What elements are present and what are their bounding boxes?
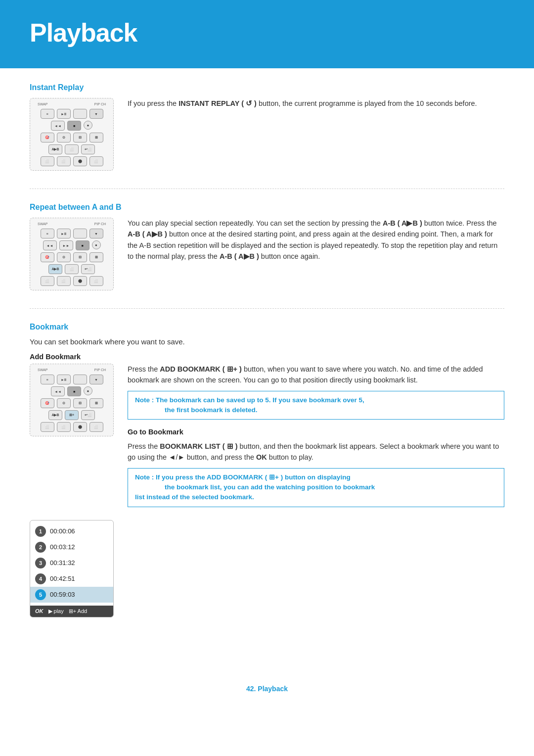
rb3-3: 🎯 ⊙ ⊟ ⊞ — [34, 398, 110, 408]
footer-text: 42. Playback — [246, 685, 288, 693]
rbtn3-bm: ⊞+ — [65, 410, 79, 420]
bm-entry-5: 5 00:59:03 — [30, 587, 113, 603]
rbtn3-rewind: ◄◄ — [51, 386, 65, 396]
rbtn3-ch-list: ⊞ — [89, 398, 103, 408]
rbtn2-guide: 🎯 — [41, 252, 54, 262]
note2-label: Note : If you press the ADD BOOKMARK ( ⊞… — [135, 473, 375, 501]
remote-box-3: SWAP PIP CH ≡ ►II ▼ ◄◄ ■ ● — [30, 364, 114, 436]
rbtn2-ext: ⬜ — [89, 276, 103, 286]
rbtn-ch-list: ⊞ — [89, 133, 103, 142]
bm-entry-4: 4 00:42:51 — [30, 571, 113, 587]
add-bookmark-title: Add Bookmark — [30, 353, 504, 361]
page-header: Playback — [0, 0, 534, 59]
rbtn-ext: ⬜ — [89, 156, 103, 166]
page-title: Playback — [30, 9, 504, 47]
rr-4: A▶B ⬜ ↩⬜ — [34, 264, 110, 274]
section-instant-replay: Instant Replay SWAP PIP CH ≡ ►II ▼ — [30, 83, 504, 171]
remote-image-repeat: SWAP PIP CH ≡ ►II ▼ ◄◄ ►► ■ ● — [30, 218, 114, 290]
rr-2: ◄◄ ►► ■ ● — [34, 240, 110, 250]
rbtn3-ext: ⬜ — [89, 422, 103, 432]
bm-play-label: ▶ play — [48, 608, 64, 614]
go-bookmark-section: 1 00:00:06 2 00:03:12 3 00:31:32 4 — [30, 520, 504, 617]
bm-num-5: 5 — [35, 589, 46, 600]
rbtn3-guide: 🎯 — [41, 398, 54, 408]
bm-time-5: 00:59:03 — [50, 591, 75, 598]
rbtn2-dot: ● — [92, 240, 101, 249]
bm-num-2: 2 — [35, 542, 46, 553]
bm-entry-1: 1 00:00:06 — [30, 523, 113, 539]
rbtn-dot: ● — [84, 121, 92, 130]
section-bookmark: Bookmark You can set bookmark where you … — [30, 323, 504, 617]
rbtn2-tv: ⬜ — [57, 276, 71, 286]
bookmark-list-image: 1 00:00:06 2 00:03:12 3 00:31:32 4 — [30, 520, 114, 617]
go-bookmark-para: Press the BOOKMARK LIST ( ⊞ ) button, an… — [128, 441, 504, 463]
rbtn-arrowdown: ▼ — [89, 109, 103, 119]
remote-row-1: ≡ ►II ▼ — [34, 109, 110, 119]
bm-time-2: 00:03:12 — [50, 543, 75, 551]
go-bookmark-title: Go to Bookmark — [128, 426, 504, 437]
rr-1: ≡ ►II ▼ — [34, 229, 110, 238]
remote-labels-3: SWAP PIP CH — [34, 368, 110, 372]
note2-line2: the bookmark list, you can add the watch… — [135, 483, 375, 501]
rbtn-tv: ⬜ — [57, 156, 71, 166]
bookmark-intro: You can set bookmark where you want to s… — [30, 337, 504, 346]
rbtn3-dot: ● — [84, 386, 92, 395]
rbtn2-pwr: ⬤ — [73, 276, 87, 286]
remote-box-1: SWAP PIP CH ≡ ►II ▼ ◄◄ ■ ● — [30, 98, 114, 171]
rbtn2-ffwd: ►► — [59, 240, 73, 250]
rbtn-stop: ■ — [67, 121, 81, 131]
rbtn-ch-up: ⊙ — [57, 133, 71, 142]
bm-num-3: 3 — [35, 558, 46, 568]
rbtn3-menu: ≡ — [41, 375, 54, 384]
rbtn2-playpause: ►II — [57, 229, 71, 238]
rr-5: ⬜ ⬜ ⬤ ⬜ — [34, 276, 110, 286]
bm-num-4: 4 — [35, 573, 46, 584]
rbtn3-playpause: ►II — [57, 375, 71, 384]
rbtn2-empty1 — [73, 229, 87, 238]
rbtn3-rec: ⬜ — [41, 422, 54, 432]
bm-entry-2: 2 00:03:12 — [30, 539, 113, 555]
rbtn2-rec: ⬜ — [41, 276, 54, 286]
note-box-2: Note : If you press the ADD BOOKMARK ( ⊞… — [128, 468, 504, 507]
rb3-5: ⬜ ⬜ ⬤ ⬜ — [34, 422, 110, 432]
rbtn-rec: ⬜ — [41, 156, 54, 166]
repeat-ab-para: You can play special section repeatedly.… — [128, 218, 504, 262]
rbtn2-ch-dn: ⊟ — [73, 252, 87, 262]
rbtn2-rewind: ◄◄ — [43, 240, 57, 250]
rbtn-ch-dn: ⊟ — [73, 133, 87, 142]
rbtn3-empty1 — [73, 375, 87, 384]
page-footer: 42. Playback — [0, 685, 534, 703]
repeat-ab-title: Repeat between A and B — [30, 203, 504, 212]
add-bookmark-body: SWAP PIP CH ≡ ►II ▼ ◄◄ ■ ● — [30, 364, 504, 512]
repeat-ab-text: You can play special section repeatedly.… — [128, 218, 504, 266]
bm-num-1: 1 — [35, 526, 46, 537]
divider-2 — [30, 308, 504, 309]
bm-time-4: 00:42:51 — [50, 575, 75, 582]
note1-indent: the first bookmark is deleted. — [165, 406, 258, 414]
rbtn-info: ⬜ — [65, 144, 79, 154]
remote-labels-1: SWAP PIP CH — [34, 102, 110, 106]
remote-image-instant: SWAP PIP CH ≡ ►II ▼ ◄◄ ■ ● — [30, 98, 114, 171]
rbtn2-info: ⬜ — [65, 264, 79, 274]
rbtn-ab: A▶B — [48, 144, 62, 154]
remote-row-2: ◄◄ ■ ● — [34, 121, 110, 131]
rbtn-pwr: ⬤ — [73, 156, 87, 166]
instant-replay-text: If you press the INSTANT REPLAY ( ↺ ) bu… — [128, 98, 504, 113]
rb3-2: ◄◄ ■ ● — [34, 386, 110, 396]
rb3-1: ≡ ►II ▼ — [34, 375, 110, 384]
rbtn-empty1 — [73, 109, 87, 119]
rbtn3-ch-up: ⊙ — [57, 398, 71, 408]
remote-row-3: 🎯 ⊙ ⊟ ⊞ — [34, 133, 110, 142]
rb3-4: A▶B ⊞+ ↩⬜ — [34, 410, 110, 420]
bookmark-title: Bookmark — [30, 323, 504, 331]
add-bookmark-para: Press the ADD BOOKMARK ( ⊞+ ) button, wh… — [128, 364, 504, 386]
divider-1 — [30, 189, 504, 189]
rbtn2-recall: ↩⬜ — [81, 264, 95, 274]
note1-label: Note : The bookmark can be saved up to 5… — [135, 396, 364, 414]
instant-replay-para: If you press the INSTANT REPLAY ( ↺ ) bu… — [128, 98, 504, 109]
rbtn-rewind: ◄◄ — [51, 121, 65, 131]
rbtn2-stop: ■ — [76, 240, 89, 250]
instant-replay-body: SWAP PIP CH ≡ ►II ▼ ◄◄ ■ ● — [30, 98, 504, 171]
rbtn2-menu: ≡ — [41, 229, 54, 238]
bm-time-1: 00:00:06 — [50, 527, 75, 535]
